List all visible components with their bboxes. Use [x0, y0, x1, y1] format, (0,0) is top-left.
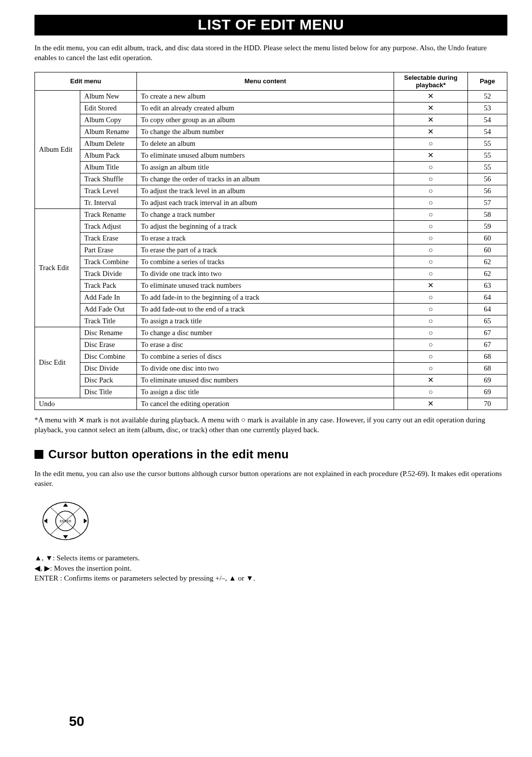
enter-label: ENTER — [60, 519, 71, 523]
left-arrow-icon — [44, 518, 47, 523]
submenu-cell: Track Rename — [80, 208, 137, 220]
table-row: Track AdjustTo adjust the beginning of a… — [35, 220, 507, 232]
content-cell: To edit an already created album — [137, 102, 394, 114]
page-cell: 60 — [468, 232, 507, 244]
table-row: Album CopyTo copy other group as an albu… — [35, 114, 507, 126]
table-row: Disc CombineTo combine a series of discs… — [35, 350, 507, 362]
content-cell: To create a new album — [137, 90, 394, 102]
table-row: Track LevelTo adjust the track level in … — [35, 185, 507, 197]
content-cell: To eliminate unused album numbers — [137, 149, 394, 161]
th-edit-menu: Edit menu — [35, 72, 137, 90]
th-menu-content: Menu content — [137, 72, 394, 90]
table-row: UndoTo cancel the editing operation✕70 — [35, 398, 507, 410]
page-cell: 55 — [468, 138, 507, 149]
selectable-cell: ✕ — [394, 279, 468, 291]
submenu-cell: Track Combine — [80, 256, 137, 268]
selectable-cell: ✕ — [394, 149, 468, 161]
selectable-cell: ○ — [394, 244, 468, 256]
legend-up-down: ▲, ▼: Selects items or parameters. — [34, 554, 507, 562]
table-row: Track PackTo eliminate unused track numb… — [35, 279, 507, 291]
page-cell: 56 — [468, 173, 507, 185]
content-cell: To add fade-out to the end of a track — [137, 303, 394, 315]
legend-left-right: ◀, ▶: Moves the insertion point. — [34, 564, 507, 573]
selectable-cell: ○ — [394, 386, 468, 398]
page-cell: 62 — [468, 256, 507, 268]
submenu-cell: Disc Pack — [80, 374, 137, 386]
up-arrow-icon — [63, 503, 68, 507]
content-cell: To erase the part of a track — [137, 244, 394, 256]
table-row: Track EditTrack RenameTo change a track … — [35, 208, 507, 220]
selectable-cell: ○ — [394, 350, 468, 362]
table-row: Track EraseTo erase a track○60 — [35, 232, 507, 244]
table-footnote: *A menu with ✕ mark is not available dur… — [34, 415, 507, 435]
content-cell: To assign a disc title — [137, 386, 394, 398]
submenu-cell: Track Title — [80, 315, 137, 327]
table-row: Album PackTo eliminate unused album numb… — [35, 149, 507, 161]
content-cell: To change the order of tracks in an albu… — [137, 173, 394, 185]
cursor-intro-paragraph: In the edit menu, you can also use the c… — [34, 469, 507, 489]
page-cell: 62 — [468, 268, 507, 279]
square-bullet-icon — [34, 450, 43, 459]
page-cell: 54 — [468, 114, 507, 126]
page-cell: 69 — [468, 386, 507, 398]
selectable-cell: ○ — [394, 232, 468, 244]
page-cell: 54 — [468, 126, 507, 138]
submenu-cell: Edit Stored — [80, 102, 137, 114]
selectable-cell: ○ — [394, 327, 468, 339]
table-row: Disc DivideTo divide one disc into two○6… — [35, 362, 507, 374]
content-cell: To change a disc number — [137, 327, 394, 339]
table-row: Edit StoredTo edit an already created al… — [35, 102, 507, 114]
page-cell: 52 — [468, 90, 507, 102]
section-heading: Cursor button operations in the edit men… — [34, 447, 507, 461]
content-cell: To assign a track title — [137, 315, 394, 327]
page-cell: 57 — [468, 197, 507, 208]
content-cell: To combine a series of discs — [137, 350, 394, 362]
table-row: Album RenameTo change the album number✕5… — [35, 126, 507, 138]
content-cell: To change the album number — [137, 126, 394, 138]
content-cell: To adjust the beginning of a track — [137, 220, 394, 232]
table-row: Disc PackTo eliminate unused disc number… — [35, 374, 507, 386]
page-cell: 59 — [468, 220, 507, 232]
content-cell: To combine a series of tracks — [137, 256, 394, 268]
submenu-cell: Track Pack — [80, 279, 137, 291]
selectable-cell: ○ — [394, 161, 468, 173]
content-cell: To divide one track into two — [137, 268, 394, 279]
cursor-heading-text: Cursor button operations in the edit men… — [48, 447, 289, 461]
page-cell: 60 — [468, 244, 507, 256]
submenu-cell: Add Fade In — [80, 291, 137, 303]
selectable-cell: ○ — [394, 256, 468, 268]
submenu-cell: Track Level — [80, 185, 137, 197]
group-cell: Disc Edit — [35, 327, 80, 398]
th-selectable: Selectable during playback* — [394, 72, 468, 90]
table-row: Part EraseTo erase the part of a track○6… — [35, 244, 507, 256]
content-cell: To assign an album title — [137, 161, 394, 173]
page-cell: 55 — [468, 149, 507, 161]
table-row: Disc EditDisc RenameTo change a disc num… — [35, 327, 507, 339]
page-cell: 67 — [468, 327, 507, 339]
page-cell: 67 — [468, 339, 507, 350]
selectable-cell: ○ — [394, 291, 468, 303]
content-cell: To eliminate unused disc numbers — [137, 374, 394, 386]
table-row: Album DeleteTo delete an album○55 — [35, 138, 507, 149]
submenu-cell: Disc Divide — [80, 362, 137, 374]
submenu-cell: Album Title — [80, 161, 137, 173]
selectable-cell: ✕ — [394, 90, 468, 102]
table-row: Disc EraseTo erase a disc○67 — [35, 339, 507, 350]
selectable-cell: ○ — [394, 339, 468, 350]
page-cell: 69 — [468, 374, 507, 386]
intro-paragraph: In the edit menu, you can edit album, tr… — [34, 43, 507, 63]
content-cell: To adjust the track level in an album — [137, 185, 394, 197]
table-row: Album TitleTo assign an album title○55 — [35, 161, 507, 173]
table-row: Track CombineTo combine a series of trac… — [35, 256, 507, 268]
page-cell: 56 — [468, 185, 507, 197]
cursor-legend: ▲, ▼: Selects items or parameters. ◀, ▶:… — [34, 554, 507, 583]
page-cell: 68 — [468, 362, 507, 374]
content-cell: To add fade-in to the beginning of a tra… — [137, 291, 394, 303]
content-cell: To erase a track — [137, 232, 394, 244]
table-row: Disc TitleTo assign a disc title○69 — [35, 386, 507, 398]
selectable-cell: ○ — [394, 185, 468, 197]
submenu-cell: Tr. Interval — [80, 197, 137, 208]
content-cell: To copy other group as an album — [137, 114, 394, 126]
page-cell: 64 — [468, 291, 507, 303]
submenu-cell: Disc Erase — [80, 339, 137, 350]
